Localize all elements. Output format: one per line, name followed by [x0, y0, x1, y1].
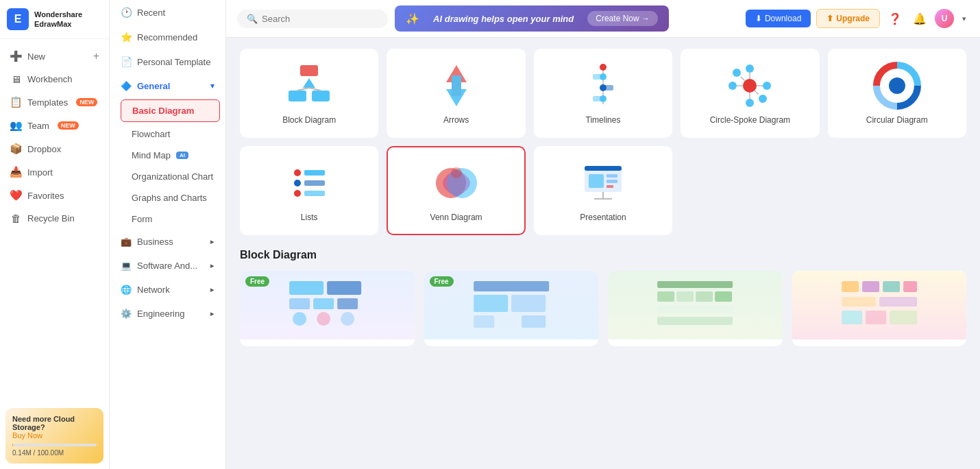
card-timelines[interactable]: Timelines	[534, 49, 672, 138]
general-icon: 🔷	[121, 81, 132, 91]
middle-personal-template[interactable]: 📄 Personal Template	[110, 49, 225, 74]
free-badge: Free	[245, 276, 269, 287]
storage-text: 0.14M / 100.00M	[12, 449, 97, 457]
svg-rect-41	[585, 166, 622, 171]
template-thumbnail-svg-2	[437, 278, 585, 333]
svg-rect-70	[862, 281, 879, 292]
svg-rect-59	[474, 315, 494, 328]
storage-title: Need more Cloud Storage?	[12, 415, 97, 431]
sidebar-item-dropbox[interactable]: 📦 Dropbox	[0, 137, 109, 160]
recent-icon: 🕐	[121, 7, 132, 18]
engineering-icon: ⚙️	[121, 309, 132, 319]
download-button[interactable]: ⬇ Download	[746, 10, 811, 27]
section-software-header[interactable]: 💻 Software And... ▸	[110, 254, 225, 278]
card-label: Venn Diagram	[430, 213, 482, 222]
sidebar-item-templates[interactable]: 📋 Templates NEW	[0, 91, 109, 114]
chevron-right-icon: ▸	[210, 261, 215, 270]
sidebar-item-workbench[interactable]: 🖥 Workbench	[0, 68, 109, 91]
template-card-img-3	[608, 271, 783, 339]
svg-rect-3	[312, 91, 330, 101]
diagram-grid: Block Diagram Arrows	[240, 49, 966, 235]
chevron-down-icon[interactable]: ▾	[959, 12, 969, 26]
topbar-actions: ⬇ Download ⬆ Upgrade ❓ 🔔 U ▾	[746, 9, 969, 28]
svg-point-54	[317, 312, 330, 326]
sub-item-org-chart[interactable]: Organizational Chart	[110, 166, 225, 187]
search-box[interactable]: 🔍	[237, 10, 388, 28]
sub-item-basic-diagram[interactable]: Basic Diagram	[121, 99, 220, 122]
svg-rect-13	[604, 85, 613, 91]
sidebar-item-favorites[interactable]: ❤️ Favorites	[0, 184, 109, 207]
template-card-2[interactable]: Free	[424, 271, 599, 346]
avatar[interactable]: U	[935, 9, 954, 28]
sub-item-mind-map[interactable]: Mind Map AI	[110, 145, 225, 166]
help-icon[interactable]: ❓	[885, 10, 905, 28]
sub-item-form[interactable]: Form	[110, 208, 225, 230]
sidebar-item-label: Import	[27, 167, 53, 178]
svg-rect-56	[474, 281, 549, 291]
card-block-diagram[interactable]: Block Diagram	[240, 49, 378, 138]
svg-line-5	[309, 88, 321, 91]
bell-icon[interactable]: 🔔	[910, 10, 929, 28]
card-venn[interactable]: Venn Diagram	[387, 146, 525, 235]
sidebar-item-import[interactable]: 📥 Import	[0, 160, 109, 184]
svg-point-35	[294, 190, 301, 197]
templates-badge: NEW	[76, 98, 97, 106]
storage-buy-btn[interactable]: Buy Now	[12, 431, 97, 440]
svg-rect-48	[289, 281, 323, 295]
ai-banner-text: AI drawing helps open your mind	[433, 14, 574, 24]
svg-rect-76	[866, 311, 886, 324]
search-input[interactable]	[262, 14, 378, 24]
ai-create-now-button[interactable]: Create Now →	[587, 11, 658, 26]
template-card-4[interactable]	[792, 271, 967, 346]
sidebar-item-team[interactable]: 👥 Team NEW	[0, 114, 109, 137]
card-circular[interactable]: Circular Diagram	[828, 49, 966, 138]
upgrade-button[interactable]: ⬆ Upgrade	[816, 9, 880, 28]
svg-rect-49	[327, 281, 361, 295]
card-circle-spoke[interactable]: Circle-Spoke Diagram	[681, 49, 819, 138]
card-lists[interactable]: Lists	[240, 146, 378, 235]
section-engineering-header[interactable]: ⚙️ Engineering ▸	[110, 302, 225, 326]
sidebar-item-label: Recycle Bin	[27, 213, 75, 224]
upgrade-icon: ⬆	[826, 14, 833, 23]
middle-recent[interactable]: 🕐 Recent	[110, 0, 225, 25]
template-card-3[interactable]	[608, 271, 783, 346]
svg-rect-73	[842, 297, 876, 306]
svg-line-28	[755, 91, 759, 95]
card-label: Timelines	[586, 115, 621, 125]
section-business-header[interactable]: 💼 Business ▸	[110, 230, 225, 254]
svg-rect-51	[313, 298, 334, 309]
template-grid: Free Free	[240, 271, 966, 346]
svg-rect-61	[522, 315, 546, 328]
svg-point-18	[746, 99, 754, 107]
block-diagram-icon	[285, 62, 333, 110]
svg-rect-57	[474, 295, 508, 312]
svg-rect-45	[607, 185, 613, 188]
svg-point-20	[763, 82, 771, 90]
sidebar-item-new[interactable]: ➕ New +	[0, 45, 109, 68]
card-label: Presentation	[580, 213, 626, 222]
sidebar-item-recycle[interactable]: 🗑 Recycle Bin	[0, 207, 109, 230]
template-card-1[interactable]: Free	[240, 271, 415, 346]
svg-rect-58	[511, 295, 546, 312]
card-arrows[interactable]: Arrows	[387, 49, 525, 138]
svg-line-4	[297, 88, 309, 91]
section-general-header[interactable]: 🔷 General ▾	[110, 74, 225, 98]
sub-item-flowchart[interactable]: Flowchart	[110, 123, 225, 145]
ai-banner: ✨ AI drawing helps open your mind Create…	[395, 5, 669, 32]
svg-rect-60	[498, 315, 518, 328]
section-network-header[interactable]: 🌐 Network ▸	[110, 278, 225, 302]
svg-rect-11	[593, 74, 602, 80]
recycle-icon: 🗑	[10, 213, 22, 224]
middle-recommended[interactable]: ⭐ Recommended	[110, 25, 225, 49]
logo-icon: E	[7, 8, 29, 30]
svg-rect-62	[657, 281, 733, 288]
sidebar-add-btn[interactable]: +	[93, 51, 99, 62]
chevron-down-icon: ▾	[210, 82, 215, 91]
svg-point-21	[733, 69, 741, 77]
chevron-right-icon: ▸	[210, 237, 215, 246]
sub-item-graphs-charts[interactable]: Graphs and Charts	[110, 187, 225, 208]
svg-rect-34	[304, 180, 325, 186]
svg-rect-52	[337, 298, 358, 309]
card-presentation[interactable]: Presentation	[534, 146, 672, 235]
main-content: 🔍 ✨ AI drawing helps open your mind Crea…	[226, 0, 980, 469]
